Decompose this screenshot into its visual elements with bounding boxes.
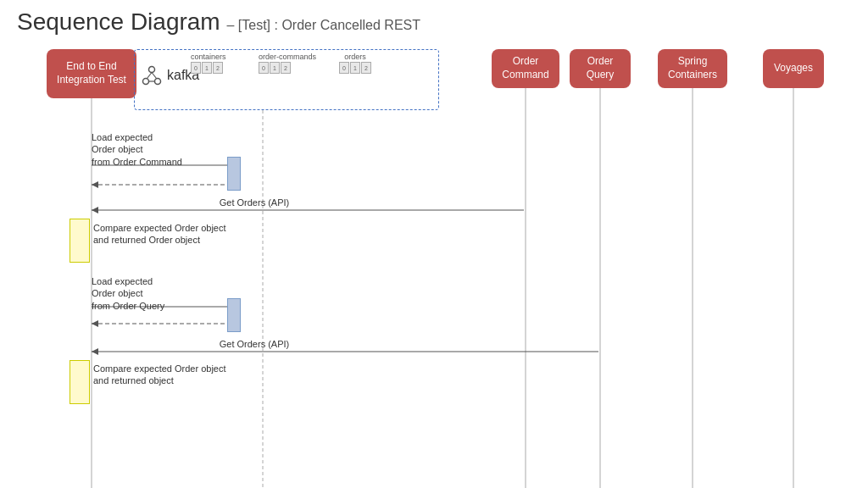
svg-line-3 bbox=[147, 73, 153, 79]
svg-point-0 bbox=[149, 67, 155, 73]
activation-box-2 bbox=[227, 298, 241, 332]
message-label-1: Load expectedOrder objectfrom Order Comm… bbox=[92, 131, 223, 168]
svg-point-1 bbox=[143, 79, 149, 85]
kafka-icon bbox=[140, 64, 164, 87]
kafka-order-commands: order-commands 0 1 2 bbox=[259, 53, 316, 74]
lifeline-e2e: End to End Integration Test bbox=[47, 49, 136, 98]
kafka-containers: containers 0 1 2 bbox=[191, 53, 226, 74]
page-title: Sequence Diagram – [Test] : Order Cancel… bbox=[17, 8, 420, 36]
compare-box-1 bbox=[70, 219, 90, 263]
svg-marker-23 bbox=[92, 348, 98, 355]
compare-box-2 bbox=[70, 360, 90, 404]
lifeline-order-query: Order Query bbox=[570, 49, 631, 88]
activation-box-1 bbox=[227, 157, 241, 191]
lifeline-voyages: Voyages bbox=[763, 49, 824, 88]
svg-marker-17 bbox=[92, 207, 98, 214]
kafka-orders: orders 0 1 2 bbox=[339, 53, 371, 74]
message-label-4: Get Orders (API) bbox=[170, 338, 339, 350]
lifeline-order-command: Order Command bbox=[492, 49, 559, 88]
compare-label-1: Compare expected Order objectand returne… bbox=[93, 222, 297, 247]
message-label-2: Get Orders (API) bbox=[170, 197, 339, 208]
svg-marker-21 bbox=[92, 320, 98, 327]
svg-point-2 bbox=[155, 79, 161, 85]
compare-label-2: Compare expected Order objectand returne… bbox=[93, 363, 297, 387]
lifeline-spring-containers: Spring Containers bbox=[658, 49, 727, 88]
message-label-3: Load expectedOrder objectfrom Order Quer… bbox=[92, 275, 223, 312]
svg-line-4 bbox=[152, 73, 157, 79]
svg-marker-15 bbox=[92, 181, 98, 188]
